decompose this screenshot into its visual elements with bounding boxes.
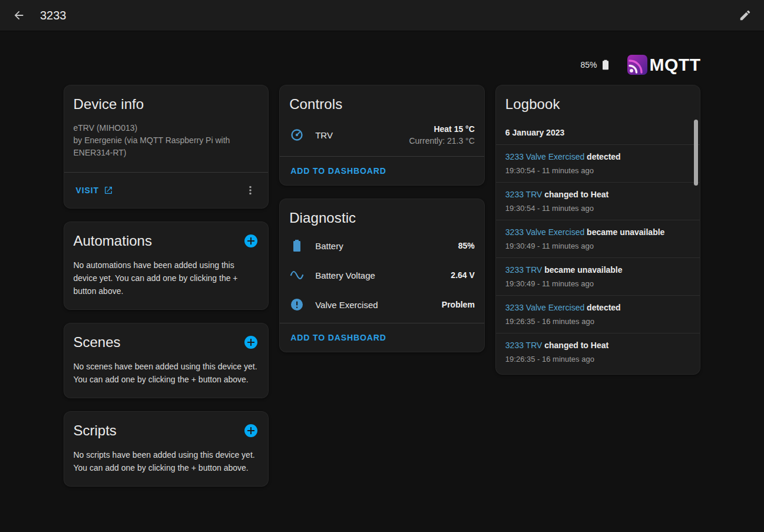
- app-toolbar: 3233: [0, 0, 764, 31]
- mqtt-logo-icon: [627, 54, 648, 75]
- controls-add-to-dashboard-label: ADD TO DASHBOARD: [290, 166, 386, 176]
- overflow-menu-icon[interactable]: [239, 179, 262, 202]
- diagnostic-card: Diagnostic Battery 85% Battery Voltage 2…: [279, 199, 485, 352]
- controls-add-to-dashboard-button[interactable]: ADD TO DASHBOARD: [285, 161, 392, 180]
- logbook-entity-link[interactable]: 3233 Valve Exercised: [505, 303, 584, 312]
- logbook-action: became unavailable: [544, 265, 622, 275]
- mqtt-wordmark: MQTT: [650, 55, 701, 75]
- logbook-entry: 3233 TRV changed to Heat 19:26:35 - 16 m…: [496, 333, 700, 371]
- add-script-button[interactable]: [243, 423, 259, 438]
- visit-button[interactable]: VISIT: [70, 181, 120, 200]
- entity-row-battery-voltage[interactable]: Battery Voltage 2.64 V: [280, 260, 484, 290]
- mqtt-logo: MQTT: [627, 54, 701, 75]
- logbook-date-header: 6 January 2023: [496, 117, 700, 144]
- edit-pencil-icon[interactable]: [738, 8, 752, 22]
- alert-circle-icon: [289, 297, 305, 312]
- controls-card: Controls TRV Heat 15 °C Currently: 21.3 …: [279, 85, 485, 186]
- logbook-timestamp: 19:30:54 - 11 minutes ago: [505, 166, 691, 175]
- entity-name: TRV: [315, 130, 398, 140]
- diagnostic-title: Diagnostic: [280, 199, 484, 231]
- entity-name: Valve Exercised: [315, 300, 431, 310]
- battery-percentage: 85%: [580, 60, 597, 70]
- controls-actions: ADD TO DASHBOARD: [280, 156, 484, 185]
- logbook-entry: 3233 Valve Exercised became unavailable …: [496, 220, 700, 257]
- logbook-title: Logbook: [496, 85, 700, 117]
- diagnostic-actions: ADD TO DASHBOARD: [280, 323, 484, 352]
- logbook-entity-link[interactable]: 3233 Valve Exercised: [505, 152, 584, 161]
- logbook-timestamp: 19:26:35 - 16 minutes ago: [505, 355, 691, 364]
- scenes-card: Scenes No scenes have been added using t…: [64, 323, 269, 398]
- automations-title: Automations: [74, 233, 152, 249]
- entity-row-trv[interactable]: TRV Heat 15 °C Currently: 21.3 °C: [280, 117, 484, 153]
- thermostat-icon: [289, 127, 305, 143]
- entity-state: Heat 15 °C Currently: 21.3 °C: [409, 124, 474, 146]
- entity-name: Battery Voltage: [315, 270, 440, 280]
- scripts-card: Scripts No scripts have been added using…: [64, 411, 269, 487]
- logbook-entity-link[interactable]: 3233 TRV: [505, 190, 543, 199]
- logbook-entries: 3233 Valve Exercised detected 19:30:54 -…: [496, 144, 700, 371]
- logbook-entry: 3233 Valve Exercised detected 19:30:54 -…: [496, 144, 700, 182]
- logbook-action: changed to Heat: [544, 341, 608, 350]
- logbook-entry: 3233 TRV became unavailable 19:30:49 - 1…: [496, 257, 700, 295]
- diagnostic-add-to-dashboard-button[interactable]: ADD TO DASHBOARD: [285, 328, 392, 347]
- logbook-entry: 3233 TRV changed to Heat 19:30:54 - 11 m…: [496, 182, 700, 220]
- device-manufacturer: by Energenie (via MQTT Raspberry Pi with…: [74, 134, 259, 159]
- automations-card: Automations No automations have been add…: [64, 222, 269, 310]
- device-info-details: eTRV (MIHO013) by Energenie (via MQTT Ra…: [64, 117, 269, 172]
- logbook-action: detected: [587, 152, 621, 161]
- status-row: 85% MQTT: [64, 54, 701, 75]
- entity-name: Battery: [315, 241, 448, 251]
- scripts-empty-text: No scripts have been added using this de…: [64, 444, 269, 486]
- logbook-action: became unavailable: [587, 227, 664, 237]
- scripts-title: Scripts: [74, 422, 117, 439]
- add-automation-button[interactable]: [243, 233, 259, 249]
- logbook-action: detected: [587, 303, 621, 312]
- logbook-entity-link[interactable]: 3233 Valve Exercised: [505, 227, 584, 237]
- logbook-scrollbar-thumb[interactable]: [694, 120, 698, 186]
- cards-grid: Device info eTRV (MIHO013) by Energenie …: [64, 85, 701, 487]
- device-model: eTRV (MIHO013): [74, 122, 259, 134]
- entity-value: Problem: [442, 300, 475, 309]
- battery-icon: [289, 238, 305, 253]
- logbook-timestamp: 19:30:49 - 11 minutes ago: [505, 279, 691, 288]
- left-column: Device info eTRV (MIHO013) by Energenie …: [64, 85, 269, 487]
- logbook-timestamp: 19:26:35 - 16 minutes ago: [505, 317, 691, 326]
- entity-row-valve-exercised[interactable]: Valve Exercised Problem: [280, 290, 484, 319]
- entity-value: 2.64 V: [451, 270, 474, 280]
- device-info-card: Device info eTRV (MIHO013) by Energenie …: [64, 85, 269, 209]
- logbook-card: Logbook 6 January 2023 3233 Valve Exerci…: [495, 85, 701, 375]
- scenes-title: Scenes: [74, 334, 121, 351]
- device-page: 85% MQTT Devic: [64, 54, 701, 487]
- scenes-empty-text: No scenes have been added using this dev…: [64, 355, 269, 398]
- device-info-actions: VISIT: [64, 172, 269, 208]
- middle-column: Controls TRV Heat 15 °C Currently: 21.3 …: [279, 85, 485, 352]
- visit-button-label: VISIT: [76, 186, 100, 195]
- page-title: 3233: [40, 9, 67, 22]
- logbook-timestamp: 19:30:49 - 11 minutes ago: [505, 242, 691, 250]
- logbook-action: changed to Heat: [544, 190, 608, 199]
- controls-title: Controls: [280, 85, 484, 117]
- logbook-entity-link[interactable]: 3233 TRV: [505, 265, 543, 275]
- logbook-entity-link[interactable]: 3233 TRV: [505, 341, 543, 350]
- battery-icon: [600, 59, 611, 71]
- device-info-title: Device info: [64, 85, 269, 117]
- climate-current-temp: Currently: 21.3 °C: [409, 136, 474, 146]
- back-arrow-icon[interactable]: [12, 8, 26, 22]
- diagnostic-add-to-dashboard-label: ADD TO DASHBOARD: [290, 333, 386, 342]
- logbook-timestamp: 19:30:54 - 11 minutes ago: [505, 204, 691, 213]
- add-scene-button[interactable]: [243, 335, 259, 350]
- open-in-new-icon: [104, 186, 113, 195]
- right-column: Logbook 6 January 2023 3233 Valve Exerci…: [495, 85, 701, 375]
- entity-value: 85%: [458, 241, 475, 250]
- sine-wave-icon: [289, 267, 305, 283]
- entity-row-battery[interactable]: Battery 85%: [280, 231, 484, 260]
- automations-empty-text: No automations have been added using thi…: [64, 254, 269, 309]
- logbook-entry: 3233 Valve Exercised detected 19:26:35 -…: [496, 295, 700, 333]
- climate-state: Heat 15 °C: [409, 124, 474, 134]
